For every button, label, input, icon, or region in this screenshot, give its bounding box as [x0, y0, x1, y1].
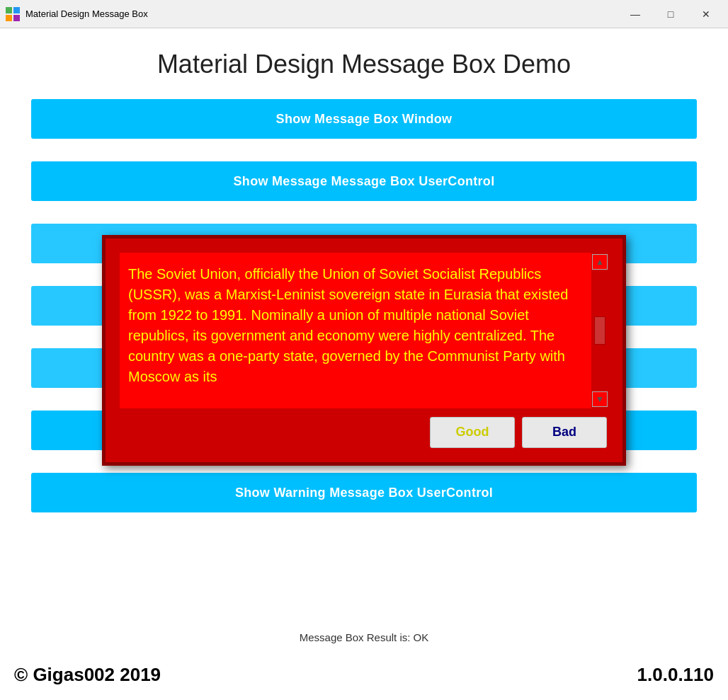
- good-button[interactable]: Good: [430, 417, 515, 448]
- message-text: The Soviet Union, officially the Union o…: [120, 253, 591, 408]
- message-box-content-area: The Soviet Union, officially the Union o…: [120, 253, 608, 408]
- overlay: The Soviet Union, officially the Union o…: [0, 0, 728, 700]
- scrollbar-thumb[interactable]: [594, 316, 605, 345]
- bad-button[interactable]: Bad: [522, 417, 607, 448]
- scrollbar[interactable]: ▲ ▼: [591, 253, 608, 408]
- scroll-up-button[interactable]: ▲: [592, 254, 608, 270]
- scroll-down-button[interactable]: ▼: [592, 391, 608, 407]
- message-box: The Soviet Union, officially the Union o…: [102, 235, 626, 466]
- message-box-buttons: Good Bad: [120, 417, 608, 448]
